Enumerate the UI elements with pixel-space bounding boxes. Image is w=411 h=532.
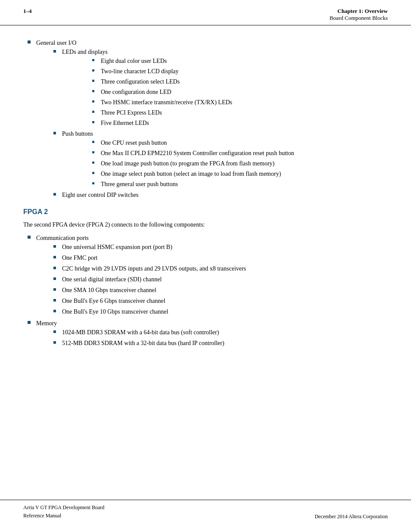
list-item: One Max II CPLD EPM2210 System Controlle… <box>88 149 388 158</box>
bullet-icon <box>53 277 56 280</box>
item-text: One SMA 10 Gbps transceiver channel <box>62 287 156 293</box>
page-footer: Arria V GT FPGA Development Board Refere… <box>0 500 411 523</box>
item-text: Communication ports <box>36 235 89 241</box>
bullet-icon <box>53 341 56 344</box>
list-item: One configuration done LED <box>88 87 388 96</box>
item-text: One FMC port <box>62 255 97 261</box>
bullet-icon <box>28 40 31 44</box>
item-text: Memory <box>36 320 57 327</box>
level2-list: 1024-MB DDR3 SDRAM with a 64-bit data bu… <box>36 328 388 348</box>
footer-doc-type: Reference Manual <box>23 512 104 520</box>
item-text: One image select push button (select an … <box>101 171 281 177</box>
bullet-icon <box>92 141 94 143</box>
item-text: Push buttons <box>62 131 93 137</box>
bullet-icon <box>53 50 56 53</box>
item-text: 1024-MB DDR3 SDRAM with a 64-bit data bu… <box>62 329 219 336</box>
list-item: Two-line character LCD display <box>88 67 388 76</box>
item-text: LEDs and displays <box>62 49 108 55</box>
bullet-icon <box>92 151 94 153</box>
list-item: Eight dual color user LEDs <box>88 56 388 65</box>
list-item: Three configuration select LEDs <box>88 77 388 86</box>
item-text: General user I/O <box>36 40 76 46</box>
list-item: Two HSMC interface transmit/receive (TX/… <box>88 98 388 107</box>
bullet-icon <box>92 59 94 61</box>
list-item: LEDs and displays Eight dual color user … <box>49 47 388 128</box>
chapter-label: Chapter 1: Overview <box>330 8 388 15</box>
level3-list: One CPU reset push button One Max II CPL… <box>62 138 388 189</box>
item-text: Three general user push buttons <box>101 181 178 187</box>
bullet-icon <box>53 299 56 302</box>
page-header: 1–4 Chapter 1: Overview Board Component … <box>0 0 411 25</box>
list-item: One Bull's Eye 6 Gbps transceiver channe… <box>49 296 388 305</box>
section-label: Board Component Blocks <box>330 15 388 22</box>
bullet-icon <box>92 162 94 164</box>
bullet-icon <box>92 100 94 103</box>
list-item: 512-MB DDR3 SDRAM with a 32-bit data bus… <box>49 339 388 348</box>
page-number: 1–4 <box>23 8 32 15</box>
list-item: Eight user control DIP switches <box>49 190 388 199</box>
bullet-icon <box>28 236 31 239</box>
bullet-icon <box>53 245 56 248</box>
bullet-icon <box>53 288 56 291</box>
top-list: General user I/O LEDs and displays Eight… <box>23 38 388 199</box>
item-text: Eight user control DIP switches <box>62 192 139 198</box>
item-text: Two HSMC interface transmit/receive (TX/… <box>101 99 232 106</box>
bullet-icon <box>92 80 94 82</box>
bullet-icon <box>92 121 94 123</box>
chapter-title: Chapter 1: Overview Board Component Bloc… <box>330 8 388 22</box>
item-text: One Bull's Eye 6 Gbps transceiver channe… <box>62 298 165 304</box>
list-item: Communication ports One universal HSMC e… <box>23 233 388 316</box>
item-text: 512-MB DDR3 SDRAM with a 32-bit data bus… <box>62 340 224 346</box>
list-item: One serial digital interface (SDI) chann… <box>49 275 388 284</box>
bullet-icon <box>53 193 56 196</box>
bullet-icon <box>92 182 94 184</box>
list-item: Three general user push buttons <box>88 180 388 189</box>
list-item: Push buttons One CPU reset push button O… <box>49 129 388 189</box>
page: 1–4 Chapter 1: Overview Board Component … <box>0 0 411 532</box>
item-text: One Max II CPLD EPM2210 System Controlle… <box>101 150 294 156</box>
item-text: Two-line character LCD display <box>101 68 179 75</box>
level2-list: LEDs and displays Eight dual color user … <box>36 47 388 199</box>
list-item: One CPU reset push button <box>88 138 388 147</box>
bullet-icon <box>53 330 56 333</box>
list-item: One FMC port <box>49 253 388 262</box>
item-text: Three PCI Express LEDs <box>101 109 162 116</box>
level2-list: One universal HSMC expansion port (port … <box>36 243 388 316</box>
fpga2-list: Communication ports One universal HSMC e… <box>23 233 388 348</box>
item-text: One serial digital interface (SDI) chann… <box>62 276 162 283</box>
bullet-icon <box>92 69 94 72</box>
list-item: Five Ethernet LEDs <box>88 118 388 128</box>
item-text: One Bull's Eye 10 Gbps transceiver chann… <box>62 308 168 315</box>
list-item: One image select push button (select an … <box>88 169 388 178</box>
list-item: Three PCI Express LEDs <box>88 108 388 117</box>
footer-left: Arria V GT FPGA Development Board Refere… <box>23 504 104 520</box>
bullet-icon <box>53 132 56 134</box>
bullet-icon <box>53 310 56 312</box>
bullet-icon <box>53 267 56 269</box>
fpga2-intro: The second FPGA device (FPGA 2) connects… <box>23 220 388 229</box>
level3-list: Eight dual color user LEDs Two-line char… <box>62 56 388 128</box>
main-content: General user I/O LEDs and displays Eight… <box>0 25 411 363</box>
item-text: One load image push button (to program t… <box>101 160 274 167</box>
list-item: C2C bridge with 29 LVDS inputs and 29 LV… <box>49 264 388 273</box>
item-text: Eight dual color user LEDs <box>101 58 167 64</box>
list-item: General user I/O LEDs and displays Eight… <box>23 38 388 199</box>
list-item: One universal HSMC expansion port (port … <box>49 243 388 252</box>
list-item: Memory 1024-MB DDR3 SDRAM with a 64-bit … <box>23 319 388 348</box>
footer-right: December 2014 Altera Corporation <box>314 513 388 520</box>
item-text: One CPU reset push button <box>101 140 167 146</box>
footer-product: Arria V GT FPGA Development Board <box>23 504 104 512</box>
bullet-icon <box>28 321 31 324</box>
item-text: One configuration done LED <box>101 89 171 95</box>
bullet-icon <box>92 90 94 92</box>
item-text: Five Ethernet LEDs <box>101 120 149 126</box>
item-text: C2C bridge with 29 LVDS inputs and 29 LV… <box>62 265 246 272</box>
list-item: 1024-MB DDR3 SDRAM with a 64-bit data bu… <box>49 328 388 337</box>
bullet-icon <box>92 172 94 174</box>
list-item: One SMA 10 Gbps transceiver channel <box>49 286 388 295</box>
bullet-icon <box>92 111 94 113</box>
bullet-icon <box>53 256 56 258</box>
item-text: Three configuration select LEDs <box>101 78 180 85</box>
list-item: One load image push button (to program t… <box>88 159 388 168</box>
item-text: One universal HSMC expansion port (port … <box>62 244 172 250</box>
